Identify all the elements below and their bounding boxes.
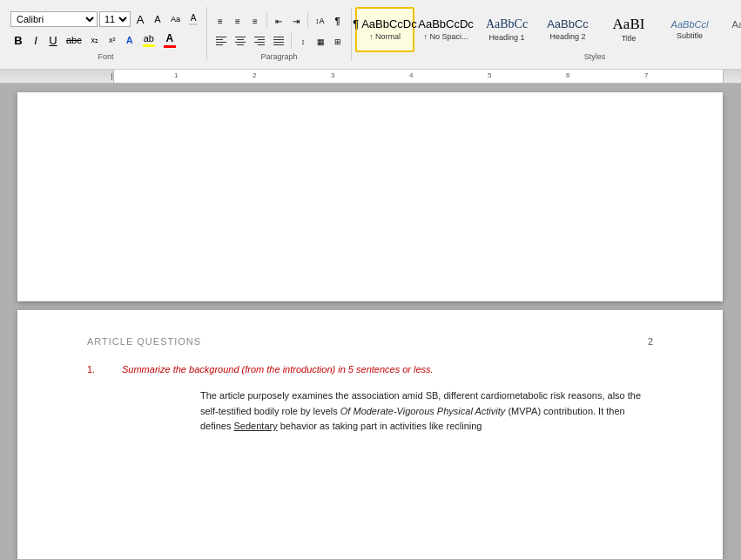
page-number: 2 <box>648 336 653 347</box>
style-h2-preview: AaBbCc <box>547 18 589 30</box>
answer-text-italic: Of Moderate-Vigorous Physical Activity <box>340 406 506 416</box>
page-1-content <box>17 92 723 293</box>
style-subtitle[interactable]: AaBbCcl Subtitle <box>660 7 719 52</box>
highlight-button[interactable]: ab <box>139 31 158 49</box>
bullets-button[interactable]: ≡ <box>212 12 228 30</box>
question-1-text: Summarize the background (from the intro… <box>122 364 434 374</box>
ruler-active-area <box>113 70 724 83</box>
style-h1-preview: AaBbCc <box>486 17 528 30</box>
font-format-row: B I U abc x₂ x² A ab A <box>10 31 201 49</box>
align-right-button[interactable] <box>251 33 268 49</box>
show-hide-button[interactable]: ¶ <box>330 12 346 30</box>
decrease-indent-button[interactable]: ⇤ <box>271 12 286 30</box>
question-1: 1. Summarize the background (from the in… <box>87 364 653 374</box>
font-name-select[interactable]: Calibri <box>10 11 98 27</box>
align-left-button[interactable] <box>212 33 230 49</box>
page-2: ARTICLE QUESTIONS 2 1. Summarize the bac… <box>17 310 723 559</box>
style-title-label: Title <box>622 34 637 43</box>
shading-button[interactable]: ▦ <box>313 33 328 51</box>
style-nospace-label: ↑ No Spaci... <box>424 32 468 41</box>
style-heading1[interactable]: AaBbCc Heading 1 <box>477 7 536 52</box>
article-questions-title: ARTICLE QUESTIONS <box>87 336 201 347</box>
font-group: Calibri 11 A A Aa A <box>5 7 207 61</box>
font-group-label: Font <box>10 52 201 61</box>
shrink-font-button[interactable]: A <box>150 10 165 28</box>
borders-button[interactable]: ⊞ <box>330 33 346 51</box>
justify-button[interactable] <box>270 33 287 49</box>
underline-button[interactable]: U <box>45 31 61 49</box>
style-subtitle-preview: AaBbCcl <box>671 19 709 30</box>
bold-button[interactable]: B <box>10 31 26 49</box>
style-subtitle-label: Subtitle <box>677 31 703 40</box>
style-sub2[interactable]: AaBbCcl Sub... <box>721 7 741 52</box>
style-normal-preview: ¶ AaBbCcDc <box>353 18 416 30</box>
style-title[interactable]: AaBI Title <box>599 7 658 52</box>
answer-text-part3: behavior as taking part in activities li… <box>278 421 482 431</box>
font-color-button[interactable]: A <box>160 31 179 49</box>
sort-button[interactable]: ↕A <box>312 12 328 30</box>
document-area: ARTICLE QUESTIONS 2 1. Summarize the bac… <box>0 84 741 559</box>
answer-text-underline: Sedentary <box>234 421 278 431</box>
style-sub2-preview: AaBbCcl <box>732 19 741 30</box>
line-spacing-button[interactable]: ↕ <box>295 33 311 51</box>
align-center-button[interactable] <box>232 33 249 49</box>
paragraph-group: ≡ ≡ ≡ ⇤ ⇥ ↕A ¶ <box>207 9 352 61</box>
style-heading2[interactable]: AaBbCc Heading 2 <box>538 7 597 52</box>
style-normal-label: ↑ Normal <box>369 32 401 41</box>
change-case-button[interactable]: Aa <box>167 10 184 28</box>
numbering-button[interactable]: ≡ <box>230 12 246 30</box>
style-nospace-preview: AaBbCcDc <box>418 18 474 30</box>
paragraph-group-label: Paragraph <box>212 52 346 61</box>
text-effect-button[interactable]: A <box>122 31 138 49</box>
increase-indent-button[interactable]: ⇥ <box>288 12 304 30</box>
styles-group: ¶ AaBbCcDc ↑ Normal AaBbCcDc ↑ No Spaci.… <box>352 3 741 61</box>
style-h2-label: Heading 2 <box>549 32 585 41</box>
page-2-content: ARTICLE QUESTIONS 2 1. Summarize the bac… <box>17 310 723 461</box>
style-h1-label: Heading 1 <box>488 33 524 42</box>
clear-format-button[interactable]: A <box>185 10 201 28</box>
multilevel-list-button[interactable]: ≡ <box>247 12 263 30</box>
question-1-number: 1. <box>87 364 104 374</box>
italic-button[interactable]: I <box>28 31 44 49</box>
style-title-preview: AaBI <box>613 17 645 33</box>
style-normal[interactable]: ¶ AaBbCcDc ↑ Normal <box>355 7 414 52</box>
strikethrough-button[interactable]: abc <box>63 31 85 49</box>
ruler: 1 2 3 4 5 6 7 <box>0 70 741 84</box>
grow-font-button[interactable]: A <box>132 10 148 28</box>
answer-1: The article purposely examines the assoc… <box>87 388 653 435</box>
subscript-button[interactable]: x₂ <box>87 31 103 49</box>
font-name-row: Calibri 11 A A Aa A <box>10 10 201 28</box>
article-header: ARTICLE QUESTIONS 2 <box>87 336 653 347</box>
superscript-button[interactable]: x² <box>104 31 120 49</box>
font-size-select[interactable]: 11 <box>99 11 131 27</box>
style-nospace[interactable]: AaBbCcDc ↑ No Spaci... <box>416 7 475 52</box>
styles-group-label: Styles <box>355 52 741 61</box>
ribbon: Calibri 11 A A Aa A <box>0 0 741 70</box>
page-1 <box>17 92 723 301</box>
